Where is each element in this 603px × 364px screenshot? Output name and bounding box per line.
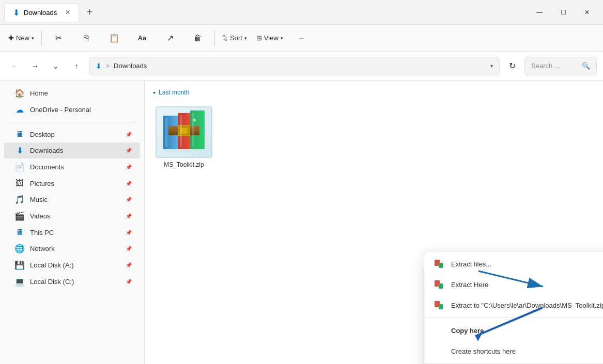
sidebar-localdiskc-label: Local Disk (C:) [30, 278, 120, 286]
sidebar-item-videos[interactable]: 🎬 Videos 📌 [4, 208, 140, 224]
rename-button[interactable]: Aa [129, 27, 156, 50]
pictures-icon: 🖼 [14, 179, 25, 188]
sidebar-item-documents[interactable]: 📄 Documents 📌 [4, 159, 140, 175]
localdiskc-icon: 💻 [14, 277, 25, 287]
section-chevron-icon: ▾ [153, 90, 156, 96]
minimize-button[interactable]: — [528, 4, 551, 21]
section-label: Last month [159, 89, 189, 96]
sidebar-item-network[interactable]: 🌐 Network 📌 [4, 241, 140, 257]
search-box[interactable]: Search ... 🔍 [524, 57, 597, 75]
sidebar-videos-label: Videos [30, 212, 120, 220]
sidebar-onedrive-label: OneDrive - Personal [30, 106, 132, 114]
sidebar-desktop-label: Desktop [30, 131, 120, 138]
refresh-button[interactable]: ↻ [504, 58, 520, 74]
new-button[interactable]: ✚ New ▾ [4, 27, 38, 50]
search-icon: 🔍 [582, 62, 590, 70]
ctx-extract-here[interactable]: Extract Here [424, 274, 603, 295]
toolbar-separator-2 [214, 30, 215, 46]
sidebar-network-pin: 📌 [126, 246, 132, 251]
title-bar: ⬇ Downloads ✕ + — ☐ ✕ [0, 0, 603, 25]
sidebar-item-downloads[interactable]: ⬇ Downloads 📌 [4, 143, 140, 159]
tab-close-button[interactable]: ✕ [65, 9, 70, 16]
ctx-copy-here[interactable]: Copy here [424, 320, 603, 341]
maximize-button[interactable]: ☐ [551, 4, 575, 21]
sort-icon: ⇅ [222, 34, 228, 42]
zip-file-icon: ★ [163, 110, 205, 154]
sidebar-thispc-label: This PC [30, 229, 120, 236]
svg-rect-12 [180, 115, 182, 147]
delete-icon: 🗑 [194, 34, 202, 43]
sidebar-music-label: Music [30, 196, 120, 203]
content-area: ▾ Last month [145, 81, 603, 364]
path-separator: > [106, 62, 110, 70]
ctx-extract-here-icon [432, 278, 445, 291]
delete-button[interactable]: 🗑 [184, 27, 211, 50]
svg-rect-26 [439, 304, 443, 309]
paste-button[interactable]: 📋 [101, 27, 128, 50]
ctx-create-shortcuts-icon [432, 345, 445, 357]
address-path[interactable]: ⬇ > Downloads ▾ [89, 57, 500, 75]
share-button[interactable]: ↗ [157, 27, 183, 50]
file-name: MS_Toolkit.zip [164, 161, 204, 168]
sidebar-downloads-pin: 📌 [126, 148, 132, 153]
sidebar-item-localdiskc[interactable]: 💻 Local Disk (C:) 📌 [4, 274, 140, 290]
sidebar-item-thispc[interactable]: 🖥 This PC 📌 [4, 225, 140, 240]
svg-rect-20 [440, 265, 442, 265]
desktop-icon: 🖥 [14, 130, 25, 139]
close-button[interactable]: ✕ [575, 4, 599, 21]
sidebar: 🏠 Home ☁ OneDrive - Personal 🖥 Desktop 📌… [0, 81, 145, 364]
recent-locations-button[interactable]: ⌄ [48, 58, 64, 74]
context-menu: Extract files... Extract Here [424, 251, 603, 364]
ctx-create-shortcuts[interactable]: Create shortcuts here [424, 341, 603, 361]
add-tab-button[interactable]: + [81, 4, 98, 21]
sidebar-item-music[interactable]: 🎵 Music 📌 [4, 192, 140, 208]
path-dropdown-button[interactable]: ▾ [490, 63, 493, 69]
svg-rect-19 [440, 264, 442, 264]
copy-button[interactable]: ⎘ [73, 27, 100, 50]
new-label: New [16, 34, 29, 42]
sidebar-item-home[interactable]: 🏠 Home [4, 85, 140, 101]
main-area: 🏠 Home ☁ OneDrive - Personal 🖥 Desktop 📌… [0, 81, 603, 364]
sort-chevron-icon: ▾ [244, 36, 247, 41]
share-icon: ↗ [167, 33, 174, 43]
sidebar-divider-1 [8, 122, 136, 122]
copy-icon: ⎘ [84, 34, 89, 43]
file-item-mstoolkit[interactable]: ★ [153, 102, 215, 172]
sort-button[interactable]: ⇅ Sort ▾ [218, 27, 251, 50]
sidebar-thispc-pin: 📌 [126, 230, 132, 235]
sidebar-item-desktop[interactable]: 🖥 Desktop 📌 [4, 126, 140, 142]
view-button[interactable]: ⊞ View ▾ [252, 27, 287, 50]
forward-button[interactable]: → [27, 58, 43, 74]
documents-icon: 📄 [14, 162, 25, 172]
ctx-divider-1 [424, 318, 603, 318]
section-header-last-month[interactable]: ▾ Last month [153, 89, 595, 96]
up-button[interactable]: ↑ [68, 58, 85, 74]
music-icon: 🎵 [14, 195, 25, 204]
sidebar-documents-label: Documents [30, 163, 120, 171]
sidebar-home-label: Home [30, 89, 132, 97]
view-icon: ⊞ [256, 34, 262, 42]
tab-downloads[interactable]: ⬇ Downloads ✕ [4, 3, 79, 22]
window-controls: — ☐ ✕ [528, 4, 599, 21]
ctx-create-shortcuts-label: Create shortcuts here [451, 347, 516, 355]
view-label: View [264, 34, 279, 42]
sidebar-item-onedrive[interactable]: ☁ OneDrive - Personal [4, 102, 140, 118]
ctx-extract-files[interactable]: Extract files... [424, 254, 603, 274]
videos-icon: 🎬 [14, 211, 25, 221]
sidebar-pictures-label: Pictures [30, 180, 120, 187]
sidebar-item-localdiska[interactable]: 💾 Local Disk (A:) 📌 [4, 257, 140, 273]
cut-button[interactable]: ✂ [45, 27, 72, 50]
new-chevron-icon: ▾ [32, 36, 34, 41]
sidebar-localdiska-pin: 📌 [126, 262, 132, 268]
sidebar-item-pictures[interactable]: 🖼 Pictures 📌 [4, 176, 140, 191]
ctx-extract-to[interactable]: Extract to "C:\Users\le\ar\Downloads\MS_… [424, 295, 603, 315]
search-placeholder: Search ... [531, 62, 560, 70]
svg-rect-17 [436, 262, 439, 262]
more-button[interactable]: ··· [288, 27, 315, 50]
sidebar-network-label: Network [30, 245, 120, 252]
back-button[interactable]: ← [6, 58, 23, 74]
tab-area: ⬇ Downloads ✕ + [4, 3, 528, 22]
sidebar-localdiskc-pin: 📌 [126, 279, 132, 284]
svg-rect-11 [165, 118, 167, 147]
file-thumbnail: ★ [156, 106, 212, 158]
